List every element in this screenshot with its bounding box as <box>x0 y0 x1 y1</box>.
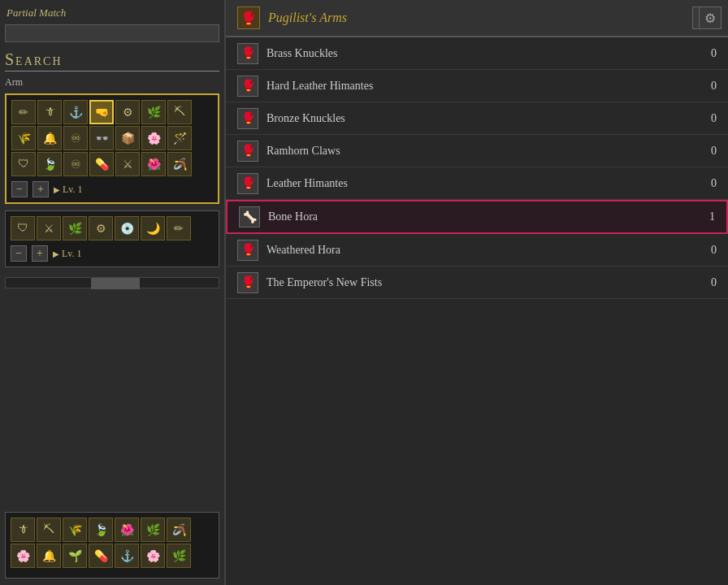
bottom-icon-12[interactable]: 🌸 <box>141 544 165 568</box>
item-row-3[interactable]: 🥊Ramhorn Claws0 <box>226 135 728 167</box>
item-icon-4: 🥊 <box>237 173 258 194</box>
partial-match-label: Partial Match <box>5 6 219 20</box>
arm-icon-2[interactable]: ⚓ <box>63 100 88 124</box>
level-minus-btn[interactable]: − <box>11 181 28 197</box>
arm-icon-15[interactable]: 🍃 <box>37 152 62 176</box>
scrollbar[interactable] <box>5 277 219 288</box>
arm-icon-19[interactable]: 🌺 <box>141 152 166 176</box>
bottom-icon-grid: 🗡⛏🌾🍃🌺🌿🪃🌸🔔🌱💊⚓🌸🌿 <box>11 518 214 568</box>
bottom-icon-5[interactable]: 🌿 <box>141 518 165 542</box>
arm-icon-18[interactable]: ⚔ <box>115 152 140 176</box>
item-icon-2: 🥊 <box>237 108 258 129</box>
settings-button[interactable]: ⚙ <box>699 6 722 29</box>
bottom-icon-1[interactable]: ⛏ <box>37 518 61 542</box>
level-plus-btn-2[interactable]: + <box>32 245 48 262</box>
item-count-5: 1 <box>699 210 715 223</box>
bottom-icon-4[interactable]: 🌺 <box>115 518 139 542</box>
secondary-icon-5[interactable]: 🌙 <box>141 216 165 240</box>
item-row-0[interactable]: 🥊Brass Knuckles0 <box>226 37 728 70</box>
arm-icon-7[interactable]: 🌾 <box>11 126 36 150</box>
item-row-1[interactable]: 🥊Hard Leather Himantes0 <box>226 70 728 102</box>
category-icon: 🥊 <box>237 6 260 29</box>
item-row-6[interactable]: 🥊Weathered Hora0 <box>226 234 728 266</box>
arm-icon-11[interactable]: 📦 <box>115 126 140 150</box>
search-title: Search <box>5 50 219 72</box>
main-container: ⚙ Partial Match Search Arm ✏🗡⚓🤜⚙🌿⛏🌾🔔♾👓📦🌸… <box>0 0 728 585</box>
item-icon-5: 🦴 <box>239 206 260 228</box>
level-minus-btn-2[interactable]: − <box>11 245 27 262</box>
item-icon-6: 🥊 <box>237 240 258 261</box>
arm-icon-13[interactable]: 🪄 <box>167 126 192 150</box>
arm-icon-5[interactable]: 🌿 <box>141 100 166 124</box>
item-count-1: 0 <box>700 80 717 93</box>
secondary-icon-2[interactable]: 🌿 <box>63 216 87 240</box>
search-input[interactable] <box>5 24 219 42</box>
bottom-icon-7[interactable]: 🌸 <box>11 544 35 568</box>
category-arm-label: Arm <box>5 76 219 89</box>
item-row-4[interactable]: 🥊Leather Himantes0 <box>226 167 728 200</box>
secondary-icon-1[interactable]: ⚔ <box>37 216 61 240</box>
bottom-icon-grid-section: 🗡⛏🌾🍃🌺🌿🪃🌸🔔🌱💊⚓🌸🌿 <box>5 512 219 578</box>
item-name-6: Weathered Hora <box>266 244 692 257</box>
arm-icon-16[interactable]: ♾ <box>63 152 88 176</box>
left-panel: Partial Match Search Arm ✏🗡⚓🤜⚙🌿⛏🌾🔔♾👓📦🌸🪄🛡… <box>0 0 226 585</box>
item-count-0: 0 <box>700 47 717 60</box>
item-row-2[interactable]: 🥊Bronze Knuckles0 <box>226 102 728 135</box>
item-count-2: 0 <box>700 112 717 125</box>
arm-icon-6[interactable]: ⛏ <box>167 100 192 124</box>
bottom-icon-10[interactable]: 💊 <box>89 544 113 568</box>
item-name-5: Bone Hora <box>268 210 691 223</box>
item-icon-0: 🥊 <box>237 43 258 64</box>
level-text: ▶ Lv. 1 <box>54 184 83 196</box>
secondary-icon-grid-section: 🛡⚔🌿⚙💿🌙✏ − + ▶ Lv. 1 <box>5 210 219 267</box>
level-controls-2: − + ▶ Lv. 1 <box>11 245 214 262</box>
item-icon-1: 🥊 <box>237 76 258 97</box>
arm-icon-3[interactable]: 🤜 <box>89 100 114 124</box>
arm-icon-4[interactable]: ⚙ <box>115 100 140 124</box>
arm-icon-grid-section: ✏🗡⚓🤜⚙🌿⛏🌾🔔♾👓📦🌸🪄🛡🍃♾💊⚔🌺🪃 − + ▶ Lv. 1 <box>5 93 219 204</box>
arm-icon-1[interactable]: 🗡 <box>37 100 62 124</box>
arm-icon-14[interactable]: 🛡 <box>11 152 36 176</box>
bottom-icon-11[interactable]: ⚓ <box>115 544 139 568</box>
settings-icon: ⚙ <box>704 11 716 26</box>
item-row-5[interactable]: 🦴Bone Hora1 <box>226 200 728 234</box>
arm-icon-17[interactable]: 💊 <box>89 152 114 176</box>
play-icon-2: ▶ <box>53 249 59 258</box>
item-icon-7: 🥊 <box>237 272 258 293</box>
category-title: Pugilist's Arms <box>268 11 347 25</box>
category-icon-symbol: 🥊 <box>240 11 257 26</box>
arm-icon-12[interactable]: 🌸 <box>141 126 166 150</box>
level-plus-btn[interactable]: + <box>32 181 49 197</box>
arm-icon-grid: ✏🗡⚓🤜⚙🌿⛏🌾🔔♾👓📦🌸🪄🛡🍃♾💊⚔🌺🪃 <box>11 100 213 176</box>
right-panel-header: 🥊 Pugilist's Arms ⇅ <box>226 0 728 37</box>
arm-icon-10[interactable]: 👓 <box>89 126 114 150</box>
item-count-7: 0 <box>700 276 717 289</box>
bottom-icon-0[interactable]: 🗡 <box>11 518 35 542</box>
level-text-2: ▶ Lv. 1 <box>53 248 82 260</box>
item-name-4: Leather Himantes <box>266 177 692 190</box>
item-name-0: Brass Knuckles <box>266 47 692 60</box>
item-list: 🥊Brass Knuckles0🥊Hard Leather Himantes0🥊… <box>226 37 728 585</box>
right-panel: 🥊 Pugilist's Arms ⇅ 🥊Brass Knuckles0🥊Har… <box>226 0 728 585</box>
right-header-left: 🥊 Pugilist's Arms <box>237 6 347 29</box>
arm-icon-0[interactable]: ✏ <box>11 100 36 124</box>
item-row-7[interactable]: 🥊The Emperor's New Fists0 <box>226 266 728 299</box>
bottom-icon-13[interactable]: 🌿 <box>167 544 191 568</box>
scrollbar-thumb[interactable] <box>91 278 140 289</box>
secondary-icon-0[interactable]: 🛡 <box>11 216 35 240</box>
secondary-icon-6[interactable]: ✏ <box>167 216 191 240</box>
bottom-icon-6[interactable]: 🪃 <box>167 518 191 542</box>
secondary-icon-4[interactable]: 💿 <box>115 216 139 240</box>
level-controls: − + ▶ Lv. 1 <box>11 181 213 197</box>
item-name-3: Ramhorn Claws <box>266 145 692 158</box>
item-name-7: The Emperor's New Fists <box>266 276 692 289</box>
arm-icon-20[interactable]: 🪃 <box>167 152 192 176</box>
arm-icon-8[interactable]: 🔔 <box>37 126 62 150</box>
arm-icon-9[interactable]: ♾ <box>63 126 88 150</box>
bottom-icon-2[interactable]: 🌾 <box>63 518 87 542</box>
bottom-icon-9[interactable]: 🌱 <box>63 544 87 568</box>
item-count-4: 0 <box>700 177 717 190</box>
bottom-icon-3[interactable]: 🍃 <box>89 518 113 542</box>
secondary-icon-3[interactable]: ⚙ <box>89 216 113 240</box>
bottom-icon-8[interactable]: 🔔 <box>37 544 61 568</box>
